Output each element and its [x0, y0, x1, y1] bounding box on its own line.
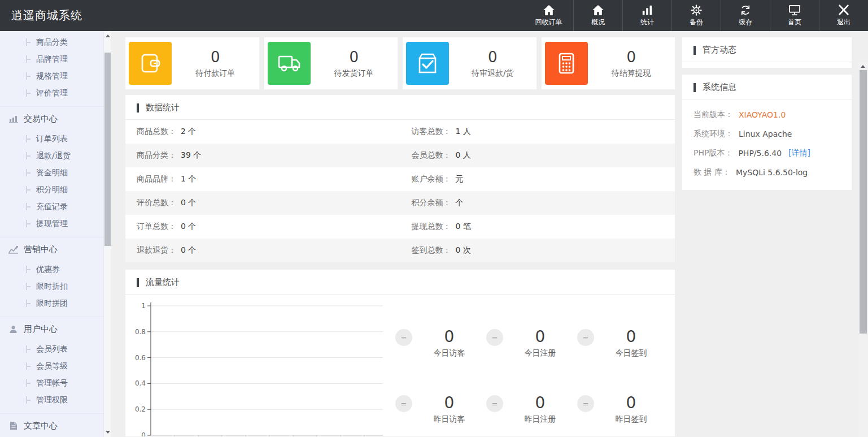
stat-label: 积分余额：	[412, 198, 451, 208]
nav-label: 回收订单	[535, 18, 562, 27]
panel-accent-bar	[137, 103, 139, 113]
sidebar-item-group-buy[interactable]: 限时拼团	[0, 295, 111, 312]
stat-value: 0 人	[456, 150, 471, 161]
nav-cache[interactable]: 缓存	[721, 0, 770, 31]
panel-title: 官方动态	[703, 45, 736, 55]
stat-value: 1 人	[456, 127, 471, 137]
nav-backup[interactable]: 备份	[671, 0, 721, 31]
sidebar-section-marketing: 营销中心 优惠券 限时折扣 限时拼团	[0, 237, 111, 317]
scroll-up-arrow[interactable]	[106, 34, 110, 37]
sidebar-item-label: 规格管理	[36, 71, 68, 81]
card-pending-settlement[interactable]: 0 待结算提现	[542, 37, 675, 89]
sidebar-section-article-header[interactable]: 文章中心	[0, 414, 111, 437]
branch-icon	[26, 186, 31, 194]
sys-row-version: 当前版本： XIAOYAO1.0	[682, 105, 852, 124]
table-row: 订单总数：0 个 提现总数：0 笔	[125, 215, 675, 239]
nav-label: 统计	[640, 18, 654, 27]
nav-label: 首页	[788, 18, 801, 27]
branch-icon	[26, 379, 31, 387]
stat-value: 39 个	[181, 150, 201, 161]
sidebar-item-goods-category[interactable]: 商品分类	[0, 34, 111, 51]
flow-stat-label: 昨日签到	[594, 414, 668, 425]
sidebar-item-review-manage[interactable]: 评价管理	[0, 85, 111, 102]
sidebar-item-refund-return[interactable]: 退款/退货	[0, 148, 111, 165]
sidebar-item-label: 管理帐号	[36, 378, 68, 388]
sidebar-item-withdraw-manage[interactable]: 提现管理	[0, 215, 111, 232]
stat-value: 0 个	[181, 222, 196, 232]
stat-label: 退款退货：	[137, 245, 176, 256]
sidebar-item-fund-detail[interactable]: 资金明细	[0, 165, 111, 181]
sidebar-item-recharge-record[interactable]: 充值记录	[0, 198, 111, 215]
flow-stat-value: 0	[594, 327, 668, 347]
sidebar-item-flash-discount[interactable]: 限时折扣	[0, 278, 111, 295]
sidebar-section-marketing-header[interactable]: 营销中心	[0, 237, 111, 261]
card-pending-shipment[interactable]: 0 待发货订单	[264, 37, 398, 89]
flow-stat-value: 0	[412, 393, 486, 413]
sidebar-item-brand-manage[interactable]: 品牌管理	[0, 51, 111, 68]
sys-label: PHP版本：	[693, 148, 732, 158]
stat-label: 签到总数：	[412, 245, 451, 256]
sidebar-section-goods: 商品分类 品牌管理 规格管理 评价管理	[0, 34, 111, 107]
sidebar-section-trade-header[interactable]: 交易中心	[0, 107, 111, 131]
y-axis-tick: 1	[141, 302, 146, 310]
nav-logout[interactable]: 退出	[819, 0, 868, 31]
card-pending-payment[interactable]: 0 待付款订单	[125, 37, 259, 89]
sidebar-item-order-list[interactable]: 订单列表	[0, 131, 111, 148]
sidebar-item-member-list[interactable]: 会员列表	[0, 341, 111, 358]
stat-value: 0 个	[181, 198, 196, 208]
sidebar-item-label: 会员列表	[36, 344, 68, 354]
panel-accent-bar	[137, 278, 139, 287]
panel-title: 数据统计	[146, 102, 180, 113]
sidebar-item-label: 优惠券	[36, 265, 60, 275]
equals-icon: =	[577, 395, 594, 412]
nav-recycle-orders[interactable]: 回收订单	[524, 0, 573, 31]
sidebar-item-member-level[interactable]: 会员等级	[0, 358, 111, 375]
page-scrollbar[interactable]	[858, 62, 868, 437]
nav-overview[interactable]: 概况	[573, 0, 622, 31]
flow-stat-yesterday-visitors: = 0昨日访客	[395, 393, 486, 431]
sys-row-database: 数 据 库： MySQLi 5.6.50-log	[682, 163, 852, 182]
scroll-down-arrow[interactable]	[106, 431, 110, 434]
branch-icon	[26, 169, 31, 177]
data-stats-body: 商品总数：2 个 访客总数：1 人 商品分类：39 个 会员总数：0 人 商品品…	[125, 120, 675, 262]
y-axis-tick: 0.2	[135, 405, 146, 413]
branch-icon	[26, 38, 31, 46]
user-icon	[8, 324, 18, 334]
stat-value: 0 个	[181, 245, 196, 256]
scrollbar-thumb[interactable]	[860, 70, 867, 334]
sys-row-php: PHP版本： PHP/5.6.40 [详情]	[682, 144, 852, 163]
sidebar-section-trade: 交易中心 订单列表 退款/退货 资金明细 积分明细 充值记录 提现管理	[0, 107, 111, 237]
sidebar-item-admin-permission[interactable]: 管理权限	[0, 392, 111, 409]
stat-value: 0 次	[456, 245, 471, 256]
table-row: 商品总数：2 个 访客总数：1 人	[125, 120, 675, 144]
sys-label: 系统环境：	[693, 129, 733, 139]
flow-stat-label: 今日签到	[594, 348, 668, 358]
flow-stats-body: 1 0.8 0.6 0.4 0.2 0 = 0今日访客	[125, 295, 675, 436]
branch-icon	[26, 135, 31, 143]
card-pending-refund[interactable]: 0 待审退款/货	[403, 37, 536, 89]
scrollbar-thumb[interactable]	[104, 53, 111, 246]
top-header: 逍遥商城系统 回收订单 概况 统计 备份 缓存 首页 退出	[0, 0, 868, 31]
sidebar-item-points-detail[interactable]: 积分明细	[0, 181, 111, 198]
sidebar-item-spec-manage[interactable]: 规格管理	[0, 68, 111, 85]
scroll-up-arrow[interactable]	[861, 65, 865, 68]
flow-stat-today-checkins: = 0今日签到	[577, 327, 668, 365]
sidebar-item-label: 评价管理	[36, 88, 68, 98]
sidebar-item-admin-account[interactable]: 管理帐号	[0, 375, 111, 392]
php-details-link[interactable]: [详情]	[788, 148, 810, 158]
stat-label: 评价总数：	[137, 198, 176, 208]
sidebar-item-coupon[interactable]: 优惠券	[0, 261, 111, 278]
flow-stat-value: 0	[594, 393, 668, 413]
nav-statistics[interactable]: 统计	[622, 0, 671, 31]
branch-icon	[26, 203, 31, 211]
app-title: 逍遥商城系统	[0, 8, 82, 23]
branch-icon	[26, 362, 31, 370]
sys-value: MySQLi 5.6.50-log	[736, 168, 808, 177]
official-news-panel: 官方动态	[682, 37, 852, 68]
sidebar-section-user-header[interactable]: 用户中心	[0, 317, 111, 341]
nav-label: 概况	[591, 18, 605, 27]
nav-homepage[interactable]: 首页	[770, 0, 819, 31]
sidebar-scrollbar[interactable]	[103, 31, 111, 437]
sidebar-item-label: 充值记录	[36, 202, 68, 212]
sidebar-item-label: 管理权限	[36, 395, 68, 405]
